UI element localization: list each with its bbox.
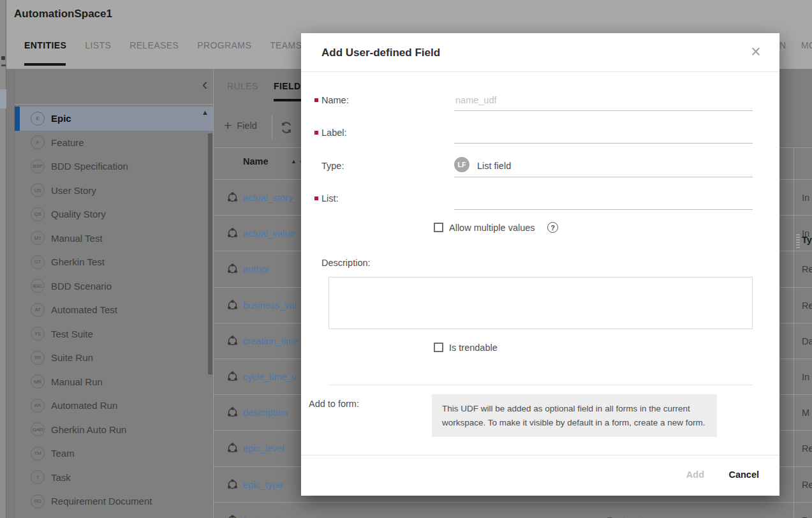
sidebar-entity-item[interactable]: QS Quality Story [15, 202, 213, 226]
workspace-tab-clipped[interactable]: N [779, 40, 786, 50]
shared-field-icon [227, 371, 238, 385]
entity-type-icon: GAR [31, 422, 45, 436]
entity-label: BDD Specification [51, 161, 128, 172]
entity-type-icon: QS [31, 207, 45, 221]
entity-type-icon: AT [31, 303, 45, 317]
scroll-up-icon[interactable]: ▲ [202, 108, 209, 116]
allow-multiple-label: Allow multiple values [449, 223, 535, 233]
entity-type-icon: MT [31, 231, 45, 245]
sidebar-entity-item[interactable]: BSP BDD Specification [15, 154, 213, 179]
entity-list: E Epic F Feature BSP BDD Specification [15, 107, 213, 514]
sidebar-entity-item[interactable]: SR Suite Run [15, 346, 213, 370]
collapse-sidebar-icon[interactable]: ‹ [195, 75, 214, 94]
workspace-tab[interactable]: PROGRAMS [197, 40, 251, 50]
sidebar-entity-item[interactable]: F Feature [15, 131, 213, 155]
field-type-cell: In [802, 193, 809, 203]
sidebar-entity-item[interactable]: GAR Gherkin Auto Run [15, 418, 213, 442]
workspace-tab[interactable]: ENTITIES [24, 40, 66, 50]
add-button[interactable]: Add [686, 470, 704, 480]
field-name-link[interactable]: epic_type [243, 480, 283, 490]
is-trendable-checkbox[interactable] [434, 343, 443, 352]
field-type-cell: Re [802, 443, 812, 454]
workspace-tab[interactable]: TEAMS [270, 40, 302, 50]
field-name-link[interactable]: cycle_time_v [243, 372, 297, 382]
tab-rules[interactable]: RULES [227, 81, 258, 91]
help-icon[interactable]: ? [547, 222, 558, 233]
field-name-link[interactable]: author [243, 264, 269, 274]
refresh-icon[interactable] [280, 121, 293, 134]
sidebar-entity-item[interactable]: E Epic [15, 107, 213, 131]
app-left-rail [0, 0, 6, 518]
shared-field-icon [227, 228, 238, 241]
field-type-cell: In [802, 372, 809, 382]
entity-type-icon: GT [31, 255, 45, 269]
field-row[interactable]: feature_type Feature type Re [214, 502, 812, 518]
field-name-link[interactable]: epic_level [243, 443, 284, 454]
sidebar-entity-item[interactable]: GT Gherkin Test [15, 250, 213, 274]
sidebar-entity-item[interactable]: BSC BDD Scenario [15, 274, 213, 299]
cancel-button[interactable]: Cancel [728, 470, 759, 480]
sidebar-entity-item[interactable]: T Task [15, 466, 213, 490]
sidebar-entity-item[interactable]: MT Manual Test [15, 226, 213, 251]
sidebar-entity-item[interactable]: US User Story [15, 179, 213, 203]
entity-label: Test Suite [51, 329, 93, 339]
name-input-underline [454, 110, 753, 111]
name-column-header[interactable]: Name [243, 156, 269, 166]
sidebar-entity-item[interactable]: TS Test Suite [15, 322, 213, 346]
allow-multiple-checkbox[interactable] [434, 223, 443, 232]
workspace-tab-clipped[interactable]: MO [801, 40, 812, 50]
sidebar-entity-item[interactable]: MR Manual Run [15, 370, 213, 394]
field-type-cell: Re [802, 480, 812, 490]
sort-ascending-icon[interactable]: ▲ [291, 158, 297, 165]
field-name-link[interactable]: actual_story_ [243, 193, 298, 203]
field-name-link[interactable]: feature_type [243, 515, 295, 518]
shared-field-icon [227, 336, 238, 349]
entity-type-icon: E [31, 112, 45, 126]
entity-label: Epic [51, 113, 71, 124]
description-label: Description: [321, 258, 371, 268]
name-label: Name: [321, 95, 349, 105]
name-input[interactable]: name_udf [455, 95, 497, 105]
sidebar-entity-item[interactable]: AR Automated Run [15, 394, 213, 418]
sidebar-entity-item[interactable]: TM Team [15, 441, 213, 466]
required-marker [314, 98, 318, 102]
sidebar-entity-item[interactable]: AT Automated Test [15, 298, 213, 322]
close-icon[interactable]: × [746, 42, 765, 61]
field-name-link[interactable]: description [243, 408, 288, 418]
entity-type-icon: T [31, 470, 45, 484]
type-value[interactable]: List field [477, 161, 511, 171]
divider [15, 104, 213, 105]
entity-type-icon: TS [31, 327, 45, 341]
field-type-cell: Re [802, 264, 812, 274]
add-to-form-info: This UDF will be added as optional field… [432, 394, 717, 437]
workspace-tabs: ENTITIES LISTS RELEASES PROGRAMS TEAMS [24, 40, 302, 50]
workspace-title: AutomationSpace1 [14, 8, 112, 20]
divider [328, 385, 753, 385]
field-type-cell: Re [802, 515, 812, 518]
selection-bar [15, 107, 20, 131]
dialog-footer: Add Cancel [301, 455, 779, 496]
entity-type-icon: MR [31, 374, 45, 389]
dialog-header: Add User-defined Field × [301, 33, 779, 72]
workspace-tab[interactable]: LISTS [85, 40, 111, 50]
list-input-underline[interactable] [454, 209, 753, 210]
field-name-link[interactable]: creation_time [243, 336, 299, 346]
label-label: Label: [321, 128, 347, 138]
workspace-tab[interactable]: RELEASES [129, 40, 179, 50]
entity-type-icon: US [31, 183, 45, 197]
sidebar-entity-item[interactable]: RD Requirement Document [15, 489, 213, 514]
shared-field-icon [227, 479, 238, 492]
label-input-underline[interactable] [454, 143, 753, 144]
entity-label: Manual Run [51, 376, 103, 387]
field-name-link[interactable]: business_val [243, 300, 297, 311]
add-udf-dialog: Add User-defined Field × Name: name_udf … [301, 33, 779, 496]
shared-field-icon [227, 300, 238, 313]
dialog-title: Add User-defined Field [321, 47, 440, 59]
field-name-link[interactable]: actual_value [243, 228, 295, 239]
description-textarea[interactable] [328, 277, 753, 329]
shared-field-icon [227, 192, 238, 205]
type-label: Type: [321, 161, 344, 171]
shared-field-icon [227, 263, 238, 277]
add-field-button[interactable]: + Field [224, 120, 257, 131]
sidebar-scrollbar[interactable] [208, 133, 212, 374]
